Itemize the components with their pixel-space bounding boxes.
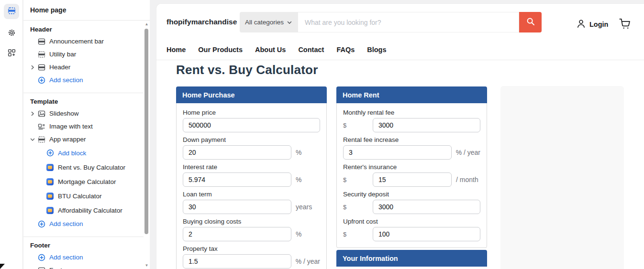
search-button[interactable] <box>519 12 542 32</box>
currency-prefix: $ <box>343 231 373 238</box>
field-label: Upfront cost <box>343 218 480 225</box>
sidebar-item-label: Announcement bar <box>49 38 104 45</box>
unit-suffix: % <box>296 230 301 238</box>
sidebar-item-label: Slideshow <box>49 110 79 117</box>
unit-suffix: % / year <box>456 149 480 156</box>
monthly-rental-fee-input[interactable] <box>373 118 480 132</box>
chevron-right-icon[interactable] <box>30 111 38 116</box>
add-button-add-section[interactable]: Add section <box>23 74 144 86</box>
sidebar-item-label: Add section <box>49 76 83 84</box>
nav-link-blogs[interactable]: Blogs <box>367 46 386 54</box>
cart-icon[interactable] <box>619 18 631 31</box>
field-row: % / year <box>343 145 480 160</box>
rental-fee-increase-input[interactable] <box>343 145 452 160</box>
currency-prefix: $ <box>343 176 373 183</box>
section-icon <box>38 64 46 71</box>
search-bar: All categories <box>240 12 542 32</box>
sidebar-item-rent-vs-buy-calculator[interactable]: Rent vs. Buy Calculator <box>23 160 144 174</box>
category-select[interactable]: All categories <box>240 12 298 32</box>
nav-link-faqs[interactable]: FAQs <box>336 46 355 54</box>
sidebar-item-utility-bar[interactable]: Utility bar <box>23 48 144 61</box>
sidebar-item-label: Affordability Calculator <box>58 207 122 214</box>
add-button-add-block[interactable]: Add block <box>23 146 144 160</box>
sidebar-group-footer: FooterAdd sectionFooter <box>23 237 144 269</box>
store-header: fhopifymarchandise All categories Login <box>156 4 644 60</box>
field-down-payment: Down payment% <box>183 136 320 160</box>
property-tax-input[interactable] <box>183 254 291 269</box>
calculator-title: Rent vs. Buy Calculator <box>176 63 318 77</box>
sidebar-item-header[interactable]: Header <box>23 61 144 74</box>
imagetext-icon <box>38 123 46 130</box>
loan-term-input[interactable] <box>183 200 291 214</box>
field-row: years <box>183 200 320 214</box>
app-icon <box>46 164 55 171</box>
sidebar-item-btu-calculator[interactable]: BTU Calculator <box>23 189 144 203</box>
add-button-add-section[interactable]: Add section <box>23 251 144 264</box>
scroll-down-icon[interactable]: ▼ <box>144 263 150 268</box>
sidebar-item-announcement-bar[interactable]: Announcement bar <box>23 35 144 48</box>
page-title: Home page <box>23 0 150 21</box>
renter-s-insurance-input[interactable] <box>373 172 452 187</box>
sidebar-item-footer[interactable]: Footer <box>23 264 144 269</box>
sidebar-item-label: Rent vs. Buy Calculator <box>58 164 125 171</box>
scroll-up-icon[interactable]: ▲ <box>144 22 150 27</box>
sidebar-item-mortgage-calculator[interactable]: Mortgage Calculator <box>23 174 144 189</box>
image-icon <box>38 110 46 118</box>
app-icon <box>46 207 55 214</box>
chevron-down-icon <box>287 19 292 26</box>
sidebar-group-header: HeaderAnnouncement barUtility barHeaderA… <box>23 21 144 93</box>
field-row: % <box>183 172 320 187</box>
home-purchase-header: Home Purchase <box>176 86 327 103</box>
sidebar-item-label: Mortgage Calculator <box>58 178 116 185</box>
login-link[interactable]: Login <box>576 19 608 30</box>
section-icon <box>38 38 46 45</box>
add-icon <box>38 76 46 84</box>
upfront-cost-input[interactable] <box>373 227 480 241</box>
settings-rail-button[interactable] <box>4 26 19 41</box>
sections-icon <box>8 7 16 17</box>
field-label: Monthly rental fee <box>343 109 480 116</box>
buying-closing-costs-input[interactable] <box>183 227 291 241</box>
sidebar-item-slideshow[interactable]: Slideshow <box>23 107 144 120</box>
sidebar-item-affordability-calculator[interactable]: Affordability Calculator <box>23 203 144 217</box>
home-price-input[interactable] <box>183 118 320 132</box>
search-input[interactable] <box>298 12 519 32</box>
group-title: Header <box>23 25 144 35</box>
nav-link-our-products[interactable]: Our Products <box>198 46 243 54</box>
add-button-add-section[interactable]: Add section <box>23 217 144 230</box>
store-main: Rent vs. Buy Calculator Home Purchase Ho… <box>156 60 644 269</box>
sidebar-groups: HeaderAnnouncement barUtility barHeaderA… <box>23 21 144 269</box>
sections-panel: Home page HeaderAnnouncement barUtility … <box>23 0 150 269</box>
chevron-right-icon[interactable] <box>30 65 38 70</box>
sidebar-scrollbar[interactable]: ▲ ▼ <box>144 21 150 269</box>
unit-suffix: / month <box>456 176 478 183</box>
sidebar-item-label: Add section <box>49 220 83 227</box>
nav-link-home[interactable]: Home <box>167 46 186 54</box>
login-label: Login <box>589 21 608 28</box>
nav-link-about-us[interactable]: About Us <box>255 46 286 54</box>
scrollbar-thumb[interactable] <box>144 29 148 234</box>
group-title: Template <box>23 97 144 107</box>
chevron-down-icon[interactable] <box>30 137 38 142</box>
field-row: $ <box>343 118 480 132</box>
apps-rail-button[interactable] <box>4 46 19 61</box>
down-payment-input[interactable] <box>183 145 291 160</box>
gear-icon <box>8 29 16 39</box>
store-nav: HomeOur ProductsAbout UsContactFAQsBlogs <box>167 46 387 54</box>
nav-link-contact[interactable]: Contact <box>298 46 324 54</box>
add-icon <box>38 220 46 228</box>
category-select-label: All categories <box>245 19 284 26</box>
field-row <box>183 118 320 132</box>
sidebar-item-app-wrapper[interactable]: App wrapper <box>23 133 144 146</box>
field-security-deposit: Security deposit$ <box>343 191 480 214</box>
sidebar-item-label: Footer <box>49 267 68 269</box>
interest-rate-input[interactable] <box>183 172 291 187</box>
sidebar-item-label: Add section <box>49 254 83 261</box>
sidebar-item-image-with-text[interactable]: Image with text <box>23 120 144 133</box>
sidebar-item-label: BTU Calculator <box>58 193 102 200</box>
field-row: $/ month <box>343 172 480 187</box>
security-deposit-input[interactable] <box>373 200 480 214</box>
store-logo[interactable]: fhopifymarchandise <box>167 18 237 26</box>
field-label: Security deposit <box>343 191 480 198</box>
sections-rail-button[interactable] <box>4 4 19 19</box>
